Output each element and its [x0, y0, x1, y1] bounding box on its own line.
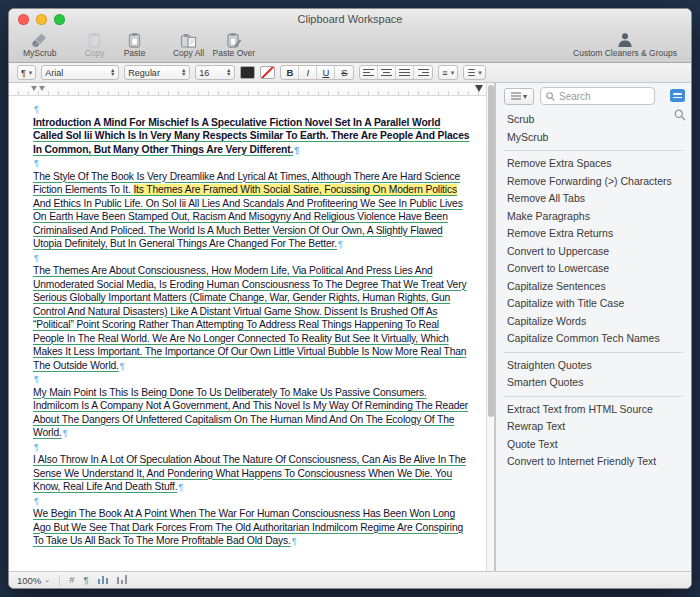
zoom-control[interactable]: 100% ⌄	[17, 575, 50, 586]
copy-all-button[interactable]: Copy All	[169, 30, 209, 58]
strikethrough-button[interactable]: S	[335, 66, 353, 79]
first-line-indent-marker[interactable]	[39, 86, 45, 91]
text-line: Utopia Definitely, But In General Things…	[33, 237, 478, 251]
text-line: Makes It Less Important. The Importance …	[33, 345, 478, 359]
underline-button[interactable]: U	[317, 66, 335, 79]
cleaner-item[interactable]: Convert to Uppercase	[496, 243, 691, 261]
cleaner-item[interactable]: Quote Text	[496, 436, 691, 454]
cleaner-item[interactable]: Scrub	[496, 111, 691, 129]
body-text: Criminalised And Policed. The World Is A…	[33, 225, 443, 236]
bold-button[interactable]: B	[281, 66, 299, 79]
minimize-button[interactable]	[36, 14, 47, 25]
highlight-color-well[interactable]	[260, 66, 275, 79]
chevron-down-icon: ▾	[523, 92, 527, 101]
font-size-value: 16	[199, 68, 209, 78]
chevron-down-icon: ▾	[29, 69, 33, 77]
empty-line: ¶	[33, 156, 478, 170]
hash-icon[interactable]: #	[69, 575, 74, 585]
body-text: To Take Us All Back To The More Profitab…	[33, 535, 291, 546]
paste-button[interactable]: Paste	[115, 30, 155, 58]
body-text: Indmilcom Is A Company Not A Government,…	[33, 400, 468, 411]
body-text: On Earth Have Been Stamped Out, Racism A…	[33, 211, 448, 222]
right-margin-marker[interactable]	[475, 85, 483, 92]
paste-over-button[interactable]: Paste Over	[209, 30, 260, 58]
font-size-select[interactable]: 16 ▲▼	[195, 65, 235, 80]
text-line: Control And Natural Disasters) Like A Di…	[33, 305, 478, 319]
cleaner-item[interactable]: MyScrub	[496, 129, 691, 147]
zoom-value: 100%	[17, 575, 41, 586]
pilcrow-toggle-icon[interactable]: ¶	[83, 575, 88, 585]
cleaner-item[interactable]: Remove Extra Spaces	[496, 155, 691, 173]
myscrub-button[interactable]: MyScrub	[19, 30, 61, 58]
copy-clipboard-icon	[87, 31, 102, 48]
search-input[interactable]	[541, 88, 654, 104]
line-spacing-dropdown[interactable]: ≡ ▾	[438, 65, 458, 80]
custom-cleaners-groups-button[interactable]: Custom Cleaners & Groups	[569, 30, 681, 58]
body-text: The Themes Are About Consciousness, How …	[33, 265, 433, 276]
chevron-down-icon: ⌄	[44, 576, 50, 584]
cleaner-item[interactable]: Convert to Lowercase	[496, 260, 691, 278]
align-left-button[interactable]	[360, 66, 378, 79]
text-line: Unmoderated Social Media, Is Eroding Hum…	[33, 278, 478, 292]
column-chart-icon[interactable]	[117, 575, 127, 586]
scrollbar-thumb[interactable]	[488, 85, 494, 417]
pilcrow-mark: ¶	[34, 104, 39, 114]
paragraph-style-dropdown[interactable]: ¶ ▾	[17, 65, 36, 80]
bar-chart-icon[interactable]	[98, 575, 108, 586]
close-button[interactable]	[18, 14, 29, 25]
editor-text[interactable]: ¶Introduction A Mind For Mischief Is A S…	[9, 96, 486, 571]
body-text: Called Sol Iii Which Is In Very Many Res…	[33, 130, 469, 141]
body-text: Introduction A Mind For Mischief Is A Sp…	[33, 117, 440, 128]
chevron-down-icon: ▾	[451, 69, 455, 77]
cleaner-item[interactable]: Capitalize Words	[496, 313, 691, 331]
font-style-select[interactable]: Regular ▲▼	[124, 65, 190, 80]
title-bar[interactable]: Clipboard Workspace	[9, 9, 691, 29]
text-line: To Take Us All Back To The More Profitab…	[33, 534, 478, 548]
vertical-scrollbar[interactable]	[486, 83, 495, 571]
text-line: Criminalised And Policed. The World Is A…	[33, 224, 478, 238]
cleaner-item[interactable]: Rewrap Text	[496, 418, 691, 436]
align-right-button[interactable]	[414, 66, 432, 79]
zoom-button[interactable]	[54, 14, 65, 25]
text-line: My Main Point Is This Is Being Done To U…	[33, 386, 478, 400]
cleaner-item[interactable]: Remove All Tabs	[496, 190, 691, 208]
pilcrow-mark: ¶	[34, 253, 39, 263]
cleaner-item[interactable]: Remove Extra Returns	[496, 225, 691, 243]
toolbar-button-label: Paste Over	[213, 48, 256, 58]
align-justify-button[interactable]	[396, 66, 414, 79]
cleaner-item[interactable]: Remove Forwarding (>) Characters	[496, 173, 691, 191]
cleaner-list: ScrubMyScrubRemove Extra SpacesRemove Fo…	[496, 109, 691, 571]
editor-column: ¶Introduction A Mind For Mischief Is A S…	[9, 83, 486, 571]
align-center-button[interactable]	[378, 66, 396, 79]
search-field[interactable]	[540, 87, 655, 105]
view-options-dropdown[interactable]: ▾	[504, 88, 534, 105]
font-style-value: Regular	[128, 68, 160, 78]
cleaner-item[interactable]: Straighten Quotes	[496, 357, 691, 375]
cleaner-item[interactable]: Make Paragraphs	[496, 208, 691, 226]
cleaner-item[interactable]: Capitalize Sentences	[496, 278, 691, 296]
font-family-select[interactable]: Arial ▲▼	[41, 65, 119, 80]
text-line: We Begin The Book At A Point When The Wa…	[33, 507, 478, 521]
italic-button[interactable]: I	[299, 66, 317, 79]
pilcrow-mark: ¶	[294, 145, 299, 155]
actions-panel-toggle-icon[interactable]	[670, 89, 685, 102]
main-content: ¶Introduction A Mind For Mischief Is A S…	[9, 83, 691, 571]
cleaner-item[interactable]: Capitalize with Title Case	[496, 295, 691, 313]
chevron-down-icon: ▾	[478, 69, 482, 77]
cleaner-item[interactable]: Convert to Internet Friendly Text	[496, 453, 691, 471]
text-color-well[interactable]	[240, 66, 255, 79]
indent-marker[interactable]	[31, 86, 37, 91]
text-line: Introduction A Mind For Mischief Is A Sp…	[33, 116, 478, 130]
body-text: Control And Natural Disasters) Like A Di…	[33, 306, 437, 317]
pilcrow-mark: ¶	[292, 536, 297, 546]
copy-button[interactable]: Copy	[75, 30, 115, 58]
cleaner-item[interactable]: Extract Text from HTML Source	[496, 401, 691, 419]
find-in-list-icon[interactable]	[674, 107, 686, 125]
body-text: Utopia Definitely, But In General Things…	[33, 238, 337, 249]
cleaner-item[interactable]: Smarten Quotes	[496, 374, 691, 392]
toolbar-button-label: MyScrub	[23, 48, 57, 58]
empty-line: ¶	[33, 440, 478, 454]
cleaner-item[interactable]: Capitalize Common Tech Names	[496, 330, 691, 348]
body-text: And Ethics In Public Life. On Sol Iii Al…	[33, 198, 463, 209]
list-style-dropdown[interactable]: ☰ ▾	[463, 65, 486, 80]
